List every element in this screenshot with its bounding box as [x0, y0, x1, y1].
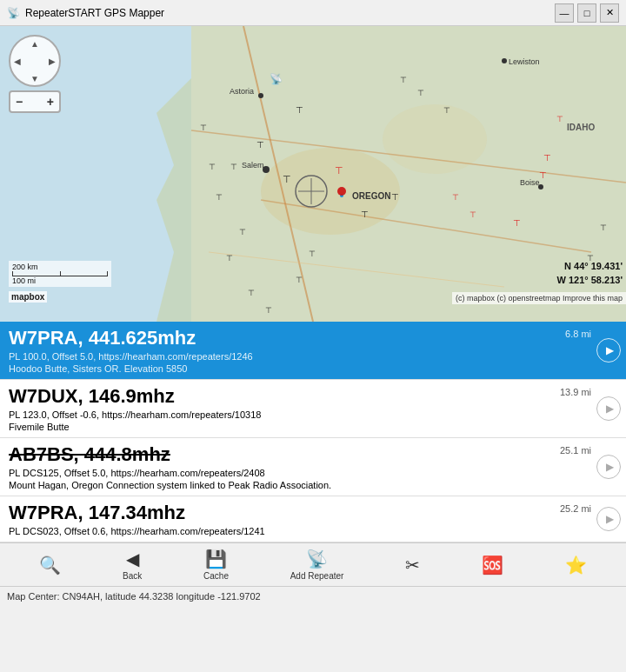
play-icon-2: ▶: [606, 403, 614, 415]
scale-mi-label: 100 mi: [12, 276, 108, 285]
play-icon-3: ▶: [606, 461, 614, 473]
svg-line-7: [209, 252, 504, 287]
repeater-title-1: W7PRA, 441.625mhz: [9, 327, 617, 349]
repeater-detail-2: PL 123.0, Offset -0.6, https://hearham.c…: [9, 409, 617, 420]
zoom-in-button[interactable]: +: [47, 95, 54, 109]
app-title: RepeaterSTART GPS Mapper: [25, 7, 164, 19]
map-container[interactable]: Lewiston Astoria Salem OREGON IDAHO Bois…: [0, 26, 626, 322]
repeater-location-2: Fivemile Butte: [9, 422, 617, 432]
svg-point-10: [258, 93, 263, 98]
nav-arrow-n[interactable]: ▲: [26, 35, 43, 52]
svg-point-17: [538, 184, 543, 190]
add-repeater-button[interactable]: 📡 Add Repeater: [283, 545, 351, 584]
repeater-distance-1: 6.8 mi: [565, 329, 591, 339]
svg-text:⊤: ⊤: [209, 163, 216, 171]
add-repeater-label: Add Repeater: [290, 571, 344, 581]
svg-text:⊤: ⊤: [226, 254, 233, 263]
play-icon-4: ▶: [606, 513, 614, 525]
favorites-icon: ⭐: [565, 555, 587, 576]
play-icon-1: ▶: [606, 344, 614, 356]
nav-arrow-se: [43, 70, 61, 87]
svg-point-14: [340, 194, 343, 197]
zoom-controls[interactable]: − +: [9, 90, 61, 113]
repeater-distance-4: 25.2 mi: [560, 503, 591, 514]
svg-text:⊤: ⊤: [400, 76, 407, 84]
repeater-play-btn-4[interactable]: ▶: [596, 507, 621, 531]
repeater-detail-4: PL DCS023, Offset 0.6, https://hearham.c…: [9, 526, 617, 536]
cache-label: Cache: [203, 571, 229, 581]
minimize-button[interactable]: —: [555, 3, 574, 23]
svg-point-2: [261, 148, 400, 235]
svg-text:⊤: ⊤: [513, 218, 521, 228]
map-navigation: ▲ ◀ ▶ ▼ − +: [9, 35, 61, 113]
close-button[interactable]: ✕: [600, 3, 619, 23]
maximize-button[interactable]: □: [577, 3, 596, 23]
svg-text:⊤: ⊤: [296, 276, 303, 284]
back-label: Back: [123, 571, 142, 581]
status-bar: Map Center: CN94AH, latitude 44.3238 lon…: [0, 586, 626, 605]
help-button[interactable]: 🆘: [475, 551, 510, 579]
repeater-list: W7PRA, 441.625mhz PL 100.0, Offset 5.0, …: [0, 322, 626, 542]
nav-arrow-center: [26, 52, 43, 70]
tools-button[interactable]: ✂: [398, 551, 427, 579]
title-bar: 📡 RepeaterSTART GPS Mapper — □ ✕: [0, 0, 626, 26]
svg-line-6: [261, 200, 591, 252]
repeater-content-2: W7DUX, 146.9mhz PL 123.0, Offset -0.6, h…: [9, 385, 617, 432]
favorites-button[interactable]: ⭐: [558, 551, 594, 579]
svg-text:⊤: ⊤: [335, 165, 343, 176]
nav-arrow-nw: [9, 35, 26, 52]
repeater-content-1: W7PRA, 441.625mhz PL 100.0, Offset 5.0, …: [9, 327, 617, 374]
repeater-distance-2: 13.9 mi: [560, 387, 591, 397]
svg-point-3: [383, 104, 487, 174]
title-bar-left: 📡 RepeaterSTART GPS Mapper: [7, 7, 164, 19]
repeater-item-3[interactable]: AB7BS, 444.8mhz PL DCS125, Offset 5.0, h…: [0, 438, 626, 496]
map-coordinates: N 44° 19.431' W 121° 58.213': [556, 260, 623, 287]
toolbar: 🔍 ◀ Back 💾 Cache 📡 Add Repeater ✂ 🆘 ⭐: [0, 542, 626, 586]
svg-text:📡: 📡: [270, 72, 283, 85]
map-attribution: (c) mapbox (c) openstreetmap Improve thi…: [452, 292, 626, 304]
repeater-play-btn-3[interactable]: ▶: [596, 455, 621, 479]
svg-text:Lewiston: Lewiston: [509, 57, 540, 66]
svg-text:⊤: ⊤: [230, 163, 237, 171]
nav-circle[interactable]: ▲ ◀ ▶ ▼: [9, 35, 61, 87]
repeater-item-2[interactable]: W7DUX, 146.9mhz PL 123.0, Offset -0.6, h…: [0, 380, 626, 438]
repeater-play-btn-1[interactable]: ▶: [596, 338, 621, 363]
svg-text:⊤: ⊤: [391, 192, 399, 202]
svg-text:⊤: ⊤: [452, 193, 459, 202]
mapbox-logo: mapbox: [9, 291, 47, 303]
svg-text:⊤: ⊤: [265, 306, 272, 315]
nav-arrow-e[interactable]: ▶: [43, 52, 61, 70]
svg-text:⊤: ⊤: [216, 193, 223, 202]
svg-text:⊤: ⊤: [443, 106, 450, 115]
svg-text:⊤: ⊤: [283, 174, 291, 184]
svg-text:⊤: ⊤: [200, 123, 207, 132]
nav-arrow-w[interactable]: ◀: [9, 52, 26, 70]
nav-arrow-s[interactable]: ▼: [26, 70, 43, 87]
svg-text:⊤: ⊤: [296, 105, 303, 115]
svg-text:⊤: ⊤: [361, 210, 369, 219]
svg-point-19: [296, 176, 327, 207]
svg-marker-1: [156, 26, 626, 322]
repeater-item-4[interactable]: W7PRA, 147.34mhz PL DCS023, Offset 0.6, …: [0, 496, 626, 542]
repeater-title-4: W7PRA, 147.34mhz: [9, 502, 617, 524]
search-icon: 🔍: [39, 555, 61, 576]
cache-button[interactable]: 💾 Cache: [196, 545, 236, 584]
svg-text:Astoria: Astoria: [230, 87, 254, 96]
svg-text:⊤: ⊤: [309, 250, 316, 258]
repeater-location-3: Mount Hagan, Oregon Connection system li…: [9, 480, 617, 490]
repeater-item-1[interactable]: W7PRA, 441.625mhz PL 100.0, Offset 5.0, …: [0, 322, 626, 380]
repeater-content-4: W7PRA, 147.34mhz PL DCS023, Offset 0.6, …: [9, 502, 617, 536]
svg-text:OREGON: OREGON: [352, 191, 390, 201]
repeater-play-btn-2[interactable]: ▶: [596, 396, 621, 421]
svg-text:Boise: Boise: [520, 178, 540, 187]
search-button[interactable]: 🔍: [32, 551, 68, 579]
repeater-title-2: W7DUX, 146.9mhz: [9, 385, 617, 408]
attribution-text: (c) mapbox (c) openstreetmap Improve thi…: [456, 294, 623, 303]
svg-point-8: [502, 58, 507, 63]
nav-arrow-ne: [43, 35, 61, 52]
zoom-out-button[interactable]: −: [16, 95, 23, 109]
back-button[interactable]: ◀ Back: [116, 545, 149, 584]
svg-text:⊤: ⊤: [239, 228, 246, 236]
svg-text:⊤: ⊤: [600, 223, 607, 232]
svg-text:⊤: ⊤: [248, 289, 255, 297]
